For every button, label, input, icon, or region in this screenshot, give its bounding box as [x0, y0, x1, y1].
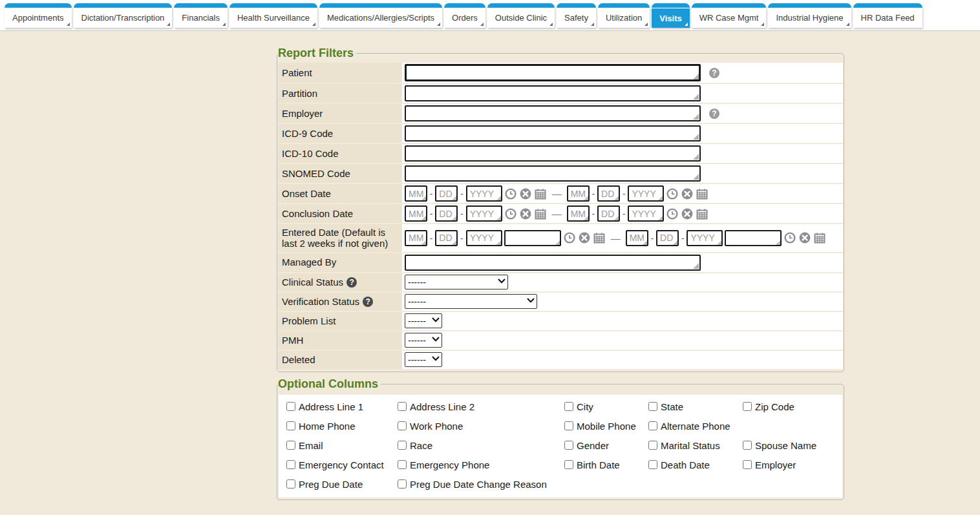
help-icon[interactable]: ?	[709, 68, 719, 78]
managed-by-input[interactable]	[405, 255, 701, 271]
problem-list-select[interactable]: ------	[405, 313, 442, 328]
checkbox-input[interactable]	[398, 441, 407, 450]
conclusion-end-year-input[interactable]	[628, 205, 664, 222]
entered-end-month-input[interactable]	[626, 230, 648, 246]
checkbox-input[interactable]	[648, 441, 657, 450]
checkbox-race[interactable]: Race	[398, 440, 564, 451]
tab-health-surveillance[interactable]: Health Surveillance	[229, 3, 317, 28]
clock-icon[interactable]	[784, 232, 796, 244]
checkbox-mobile-phone[interactable]: Mobile Phone	[564, 421, 648, 432]
conclusion-start-year-input[interactable]	[466, 205, 502, 222]
checkbox-input[interactable]	[648, 402, 657, 411]
onset-end-day-input[interactable]	[597, 185, 620, 202]
pmh-select[interactable]: ------	[405, 333, 442, 348]
checkbox-emergency-contact[interactable]: Emergency Contact	[286, 459, 398, 470]
onset-start-day-input[interactable]	[435, 185, 458, 202]
checkbox-address-line-2[interactable]: Address Line 2	[398, 401, 564, 412]
tab-orders[interactable]: Orders	[444, 3, 485, 28]
tab-visits[interactable]: Visits	[652, 3, 689, 28]
deleted-select[interactable]: ------	[405, 352, 442, 367]
checkbox-alternate-phone[interactable]: Alternate Phone	[648, 421, 743, 432]
clock-icon[interactable]	[505, 208, 517, 220]
checkbox-city[interactable]: City	[564, 401, 648, 412]
checkbox-home-phone[interactable]: Home Phone	[286, 421, 398, 432]
tab-industrial-hygiene[interactable]: Industrial Hygiene	[768, 3, 851, 28]
checkbox-input[interactable]	[286, 421, 295, 430]
checkbox-death-date[interactable]: Death Date	[648, 459, 743, 470]
checkbox-zip-code[interactable]: Zip Code	[743, 401, 835, 412]
clear-date-icon[interactable]	[579, 232, 590, 244]
entered-end-day-input[interactable]	[656, 230, 679, 246]
checkbox-input[interactable]	[286, 402, 295, 411]
clinical-status-select[interactable]: ------	[405, 275, 508, 289]
checkbox-input[interactable]	[564, 441, 573, 450]
checkbox-employer[interactable]: Employer	[743, 459, 835, 470]
conclusion-start-day-input[interactable]	[435, 205, 458, 222]
clock-icon[interactable]	[505, 188, 517, 200]
conclusion-end-month-input[interactable]	[567, 205, 590, 222]
calendar-icon[interactable]	[535, 208, 546, 220]
entered-start-time-input[interactable]	[504, 230, 561, 246]
onset-end-year-input[interactable]	[628, 185, 664, 202]
icd9-code-input[interactable]	[405, 125, 701, 142]
onset-start-year-input[interactable]	[466, 185, 502, 202]
entered-start-year-input[interactable]	[466, 230, 502, 246]
tab-safety[interactable]: Safety	[557, 3, 596, 28]
tab-outside-clinic[interactable]: Outside Clinic	[487, 3, 555, 28]
checkbox-input[interactable]	[564, 402, 573, 411]
partition-input[interactable]	[405, 85, 701, 101]
clear-date-icon[interactable]	[520, 208, 531, 220]
clock-icon[interactable]	[564, 232, 575, 244]
clear-date-icon[interactable]	[520, 188, 531, 200]
icd10-code-input[interactable]	[405, 145, 701, 162]
checkbox-gender[interactable]: Gender	[564, 440, 648, 451]
checkbox-marital-status[interactable]: Marital Status	[648, 440, 743, 451]
clock-icon[interactable]	[666, 188, 678, 200]
checkbox-email[interactable]: Email	[286, 440, 398, 451]
clear-date-icon[interactable]	[681, 208, 693, 220]
clear-date-icon[interactable]	[799, 232, 811, 244]
tab-hr-data-feed[interactable]: HR Data Feed	[853, 3, 922, 28]
calendar-icon[interactable]	[593, 232, 605, 244]
checkbox-input[interactable]	[648, 460, 657, 469]
tab-appointments[interactable]: Appointments	[5, 3, 72, 28]
entered-start-day-input[interactable]	[435, 230, 458, 246]
checkbox-birth-date[interactable]: Birth Date	[564, 459, 648, 470]
checkbox-state[interactable]: State	[648, 401, 743, 412]
calendar-icon[interactable]	[696, 188, 708, 200]
checkbox-preg-due-date[interactable]: Preg Due Date	[286, 479, 398, 490]
calendar-icon[interactable]	[535, 188, 546, 200]
checkbox-input[interactable]	[398, 479, 407, 489]
checkbox-input[interactable]	[743, 460, 752, 469]
entered-end-time-input[interactable]	[725, 230, 782, 246]
calendar-icon[interactable]	[814, 232, 826, 244]
help-icon[interactable]: ?	[709, 109, 719, 119]
checkbox-spouse-name[interactable]: Spouse Name	[743, 440, 835, 451]
checkbox-input[interactable]	[286, 479, 295, 489]
checkbox-input[interactable]	[564, 421, 573, 430]
checkbox-address-line-1[interactable]: Address Line 1	[286, 401, 398, 412]
tab-utilization[interactable]: Utilization	[598, 3, 650, 28]
clock-icon[interactable]	[666, 208, 678, 220]
checkbox-input[interactable]	[743, 441, 752, 450]
checkbox-input[interactable]	[398, 402, 407, 411]
checkbox-input[interactable]	[564, 460, 573, 469]
clear-date-icon[interactable]	[681, 188, 693, 200]
conclusion-start-month-input[interactable]	[405, 205, 427, 222]
checkbox-emergency-phone[interactable]: Emergency Phone	[398, 459, 564, 470]
checkbox-work-phone[interactable]: Work Phone	[398, 421, 564, 432]
tab-financials[interactable]: Financials	[174, 3, 228, 28]
verification-status-select[interactable]: ------	[405, 294, 537, 309]
conclusion-end-day-input[interactable]	[597, 205, 620, 222]
entered-start-month-input[interactable]	[405, 230, 427, 246]
checkbox-preg-due-date-change-reason[interactable]: Preg Due Date Change Reason	[398, 479, 835, 490]
checkbox-input[interactable]	[286, 460, 295, 469]
calendar-icon[interactable]	[696, 208, 708, 220]
onset-end-month-input[interactable]	[567, 185, 590, 202]
checkbox-input[interactable]	[648, 421, 657, 430]
employer-input[interactable]	[405, 105, 701, 121]
entered-end-year-input[interactable]	[687, 230, 723, 246]
onset-start-month-input[interactable]	[405, 185, 427, 202]
checkbox-input[interactable]	[286, 441, 295, 450]
snomed-code-input[interactable]	[405, 165, 701, 182]
